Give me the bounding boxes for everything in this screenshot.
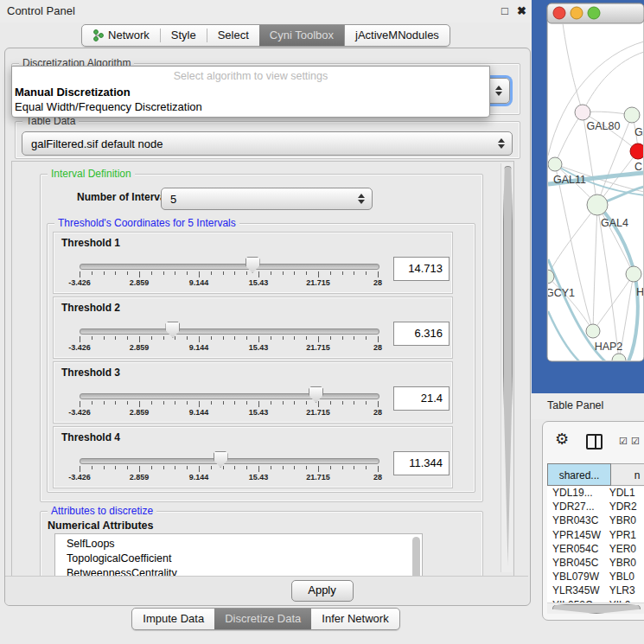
slider-tick: [211, 466, 212, 469]
cell-shared-name[interactable]: YBR045C: [547, 557, 604, 571]
tab-select[interactable]: Select: [207, 25, 259, 46]
slider-tick: [271, 466, 271, 469]
network-view-window[interactable]: GAL80GACGAL11GAL4GCY1HHAP2: [532, 0, 644, 393]
slider-track[interactable]: [80, 264, 379, 270]
cell-name[interactable]: YDR2: [604, 501, 644, 514]
table-row[interactable]: YBR045CYBR0: [547, 557, 644, 571]
table-row[interactable]: YLR345WYLR3: [547, 584, 644, 598]
minimize-traffic-light-icon[interactable]: [571, 7, 583, 19]
checkbox-icon[interactable]: ☑: [631, 436, 641, 447]
table-row[interactable]: YPR145WYPR1: [547, 529, 644, 543]
slider-tick: [246, 466, 247, 469]
slider-tick: [127, 466, 128, 469]
cell-name[interactable]: YER0: [604, 543, 644, 557]
network-node[interactable]: [548, 157, 562, 171]
table-row[interactable]: YBR043CYBR0: [547, 514, 644, 528]
column-header-name[interactable]: n: [611, 463, 644, 486]
cell-shared-name[interactable]: YBL079W: [547, 571, 604, 584]
scrollbar-thumb[interactable]: [503, 166, 513, 565]
table-row[interactable]: YER054CYER0: [547, 543, 644, 557]
slider-tick: [104, 401, 105, 405]
panel-scrollbar[interactable]: [501, 163, 513, 572]
float-window-icon[interactable]: □: [501, 4, 508, 17]
table-data-combobox[interactable]: galFiltered.sif default node: [22, 131, 513, 156]
slider-tick: [283, 401, 284, 405]
cell-shared-name[interactable]: YLR345W: [547, 584, 604, 598]
slider-tick-label: 2.859: [119, 473, 159, 481]
cell-shared-name[interactable]: YBR043C: [547, 514, 604, 528]
slider-tick: [175, 271, 175, 275]
slider-thumb[interactable]: [165, 322, 180, 338]
network-node[interactable]: [575, 105, 590, 120]
algorithm-option-equal-width[interactable]: Equal Width/Frequency Discretization: [15, 100, 202, 113]
cell-name[interactable]: YDL1: [604, 487, 644, 501]
cell-name[interactable]: YBR0: [604, 514, 644, 528]
attribute-list-item[interactable]: SelfLoops: [55, 534, 422, 552]
tab-discretize-data[interactable]: Discretize Data: [214, 609, 311, 629]
list-scrollbar[interactable]: [412, 537, 420, 577]
slider-tick: [223, 401, 224, 405]
network-node[interactable]: [630, 143, 644, 159]
network-node[interactable]: [587, 194, 608, 215]
cell-name[interactable]: YPR1: [604, 529, 644, 543]
tab-infer-network[interactable]: Infer Network: [311, 609, 399, 629]
apply-button[interactable]: Apply: [291, 580, 354, 602]
slider-tick: [354, 466, 354, 469]
cell-shared-name[interactable]: YPR145W: [547, 529, 604, 543]
tab-network[interactable]: Network: [82, 25, 160, 46]
checkbox-icon[interactable]: ☑: [619, 436, 628, 447]
threshold-value-field[interactable]: 6.316: [393, 322, 450, 346]
hscroll-thumb[interactable]: [552, 604, 641, 614]
table-rows[interactable]: YDL19...YDL1YDR27...YDR2YBR043CYBR0YPR14…: [547, 487, 644, 603]
cell-name[interactable]: YLR3: [604, 584, 644, 598]
threshold-value-field[interactable]: 21.4: [393, 386, 450, 411]
algorithm-dropdown-popup: Select algorithm to view settings Manual…: [11, 66, 490, 118]
slider-tick: [342, 466, 343, 469]
table-row[interactable]: YDL19...YDL1: [547, 487, 644, 501]
slider-tick-label: 15.43: [239, 278, 278, 287]
network-node[interactable]: [586, 324, 600, 338]
slider-tick-label: -3.426: [60, 473, 99, 481]
zoom-traffic-light-icon[interactable]: [588, 7, 600, 19]
cell-shared-name[interactable]: YDR27...: [547, 501, 604, 514]
slider-tick: [283, 271, 284, 275]
table-row[interactable]: YBL079WYBL0: [547, 571, 644, 584]
slider-tick: [294, 271, 295, 275]
cyni-bottom-tabs: Impute Data Discretize Data Infer Networ…: [0, 608, 532, 630]
split-columns-icon[interactable]: [586, 434, 603, 450]
tab-style[interactable]: Style: [161, 25, 207, 46]
tab-cyni-toolbox[interactable]: Cyni Toolbox: [259, 25, 344, 46]
cell-shared-name[interactable]: YDL19...: [547, 487, 604, 501]
cell-name[interactable]: YBR0: [604, 557, 644, 571]
tab-impute-data[interactable]: Impute Data: [132, 609, 214, 629]
network-node-label: GAL80: [587, 120, 621, 132]
horizontal-scrollbar[interactable]: [547, 603, 644, 614]
slider-track[interactable]: [80, 393, 379, 399]
slider-tick: [378, 271, 379, 277]
table-row[interactable]: YDR27...YDR2: [547, 501, 644, 514]
threshold-value-field[interactable]: 14.713: [393, 257, 450, 281]
close-icon[interactable]: ✖: [517, 4, 526, 17]
tab-jactivemnodules[interactable]: jActiveMNodules: [344, 25, 450, 46]
slider-thumb[interactable]: [214, 451, 228, 468]
slider-tick: [258, 271, 259, 277]
slider-track[interactable]: [80, 328, 379, 335]
network-node-label: H: [636, 286, 644, 298]
slider-tick: [127, 271, 128, 275]
slider-thumb[interactable]: [309, 386, 323, 403]
network-node[interactable]: [624, 107, 640, 123]
slider-track[interactable]: [80, 458, 379, 464]
network-node[interactable]: [626, 266, 641, 282]
gear-icon[interactable]: ⚙: [555, 430, 569, 449]
algorithm-option-manual[interactable]: Manual Discretization: [15, 86, 131, 99]
attribute-list-item[interactable]: TopologicalCoefficient: [55, 552, 422, 566]
cell-shared-name[interactable]: YER054C: [547, 543, 604, 557]
number-of-intervals-spinner[interactable]: 5: [161, 188, 373, 210]
numerical-attributes-list[interactable]: SelfLoopsTopologicalCoefficientBetweenne…: [54, 533, 423, 577]
close-traffic-light-icon[interactable]: [553, 7, 565, 19]
algorithm-hint-option[interactable]: Select algorithm to view settings: [12, 70, 489, 82]
thresholds-legend: Threshold's Coordinates for 5 Intervals: [54, 217, 239, 229]
threshold-value-field[interactable]: 11.344: [393, 451, 450, 475]
cell-name[interactable]: YBL0: [604, 571, 644, 584]
column-header-shared[interactable]: shared...: [547, 463, 611, 486]
